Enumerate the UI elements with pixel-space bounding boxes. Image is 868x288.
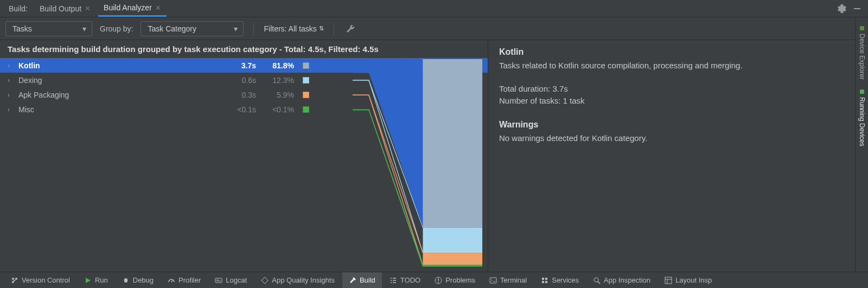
toolwindow-debug[interactable]: Debug — [116, 272, 160, 288]
task-duration: <0.1s — [219, 105, 256, 114]
detail-description: Tasks related to Kotlin source compilati… — [499, 60, 857, 72]
svg-point-10 — [438, 281, 439, 283]
list-header: Tasks determining build duration grouped… — [0, 40, 488, 58]
vtab-running-devices[interactable]: Running Devices — [858, 89, 866, 146]
meter-icon — [168, 277, 175, 284]
toolwindow-app-quality-insights[interactable]: App Quality Insights — [254, 272, 341, 288]
separator — [253, 23, 254, 35]
toolwindow-run[interactable]: Run — [78, 272, 114, 288]
vtab-label: Device Explorer — [858, 34, 866, 80]
toolwindow-label: App Inspection — [604, 276, 650, 284]
detail-total-duration: Total duration: 3.7s — [499, 83, 857, 95]
sort-icon: ⇅ — [319, 25, 324, 32]
group-by-combo[interactable]: Task Category ▾ — [141, 21, 244, 36]
group-by-label: Group by: — [100, 24, 133, 33]
toolwindow-build[interactable]: Build — [342, 272, 382, 288]
svg-rect-11 — [490, 278, 496, 283]
task-percent: 5.9% — [261, 91, 294, 99]
chevron-down-icon: ▾ — [234, 24, 238, 33]
svg-rect-6 — [423, 59, 482, 227]
toolwindow-app-inspection[interactable]: App Inspection — [586, 272, 657, 288]
view-combo[interactable]: Tasks ▾ — [5, 21, 92, 36]
analyzer-toolbar: Tasks ▾ Group by: Task Category ▾ Filter… — [0, 17, 868, 40]
tasks-pane: Tasks determining build duration grouped… — [0, 40, 488, 272]
toolwindow-logcat[interactable]: Logcat — [208, 272, 253, 288]
device-icon — [860, 26, 864, 30]
detail-title: Kotlin — [499, 46, 857, 59]
list-icon — [390, 277, 397, 284]
svg-rect-14 — [542, 281, 544, 283]
view-combo-value: Tasks — [12, 24, 32, 33]
tab-label: Build Output — [40, 4, 81, 13]
wrench-icon[interactable] — [344, 22, 357, 35]
toolwindow-terminal[interactable]: Terminal — [483, 272, 533, 288]
task-tree: ›Kotlin3.7s81.8%›Dexing0.6s12.3%›Apk Pac… — [0, 58, 488, 272]
toolwindow-label: Problems — [445, 276, 475, 284]
minimize-icon[interactable] — [851, 2, 864, 15]
svg-rect-3 — [423, 227, 482, 253]
toolwindow-todo[interactable]: TODO — [383, 272, 427, 288]
diamond-icon — [261, 277, 269, 284]
group-by-value: Task Category — [148, 24, 196, 33]
toolwindow-services[interactable]: Services — [534, 272, 585, 288]
panel-label: Build: — [4, 4, 32, 13]
svg-rect-15 — [545, 281, 547, 283]
filters-dropdown[interactable]: Filters: All tasks ⇅ — [264, 24, 323, 33]
task-percent: 12.3% — [261, 76, 294, 85]
separator — [334, 23, 334, 35]
toolwindow-layout-insp[interactable]: Layout Insp — [658, 272, 718, 288]
task-percent: 81.8% — [261, 61, 294, 70]
logcat-icon — [215, 277, 222, 284]
vtab-device-explorer[interactable]: Device Explorer — [858, 26, 866, 80]
toolwindow-label: Version Control — [22, 276, 70, 284]
chevron-right-icon: › — [8, 91, 13, 99]
toolwindow-profiler[interactable]: Profiler — [161, 272, 207, 288]
inspect-icon — [593, 277, 601, 284]
warnings-text: No warnings detected for Kotlin category… — [499, 132, 857, 145]
toolwindow-label: App Quality Insights — [272, 276, 335, 284]
toolwindow-label: TODO — [400, 276, 420, 284]
svg-rect-13 — [545, 278, 547, 280]
warnings-title: Warnings — [499, 118, 857, 131]
toolwindow-label: Logcat — [226, 276, 247, 284]
tab-build-analyzer[interactable]: Build Analyzer ✕ — [98, 0, 167, 17]
bottom-toolwindow-bar: Version ControlRunDebugProfilerLogcatApp… — [0, 272, 868, 288]
term-icon — [489, 277, 497, 284]
toolwindow-version-control[interactable]: Version Control — [4, 272, 76, 288]
build-panel-tabs: Build: Build Output ✕ Build Analyzer ✕ — [0, 0, 868, 17]
tab-build-output[interactable]: Build Output ✕ — [34, 0, 96, 17]
device-icon — [860, 89, 864, 94]
color-swatch — [303, 62, 309, 69]
chevron-down-icon: ▾ — [82, 24, 86, 33]
close-icon[interactable]: ✕ — [85, 4, 91, 12]
detail-pane: Kotlin Tasks related to Kotlin source co… — [488, 40, 868, 272]
toolwindow-label: Build — [360, 276, 375, 284]
bug-icon — [122, 277, 130, 284]
task-name: Kotlin — [18, 61, 214, 70]
task-name: Dexing — [18, 76, 214, 85]
task-duration: 0.3s — [219, 91, 256, 99]
toolwindow-label: Services — [552, 276, 579, 284]
warn-icon — [435, 277, 442, 284]
chevron-right-icon: › — [8, 76, 13, 84]
toolwindow-problems[interactable]: Problems — [428, 272, 482, 288]
gear-icon[interactable] — [835, 2, 848, 15]
svg-point-7 — [124, 278, 127, 281]
toolwindow-label: Debug — [133, 276, 154, 284]
close-icon[interactable]: ✕ — [155, 4, 161, 12]
color-swatch — [303, 92, 309, 98]
toolwindow-label: Terminal — [500, 276, 527, 284]
svg-rect-4 — [423, 253, 482, 265]
color-swatch — [303, 106, 309, 113]
main-area: Tasks determining build duration grouped… — [0, 40, 868, 272]
right-toolwindow-strip: Device Explorer Running Devices — [855, 17, 868, 272]
svg-rect-8 — [215, 278, 222, 283]
toolwindow-label: Layout Insp — [675, 276, 712, 284]
layout-icon — [665, 277, 672, 284]
svg-point-16 — [594, 278, 598, 282]
svc-icon — [541, 277, 548, 284]
svg-rect-17 — [665, 277, 672, 284]
tab-label: Build Analyzer — [104, 3, 152, 12]
play-icon — [84, 277, 92, 284]
svg-rect-0 — [854, 8, 860, 9]
